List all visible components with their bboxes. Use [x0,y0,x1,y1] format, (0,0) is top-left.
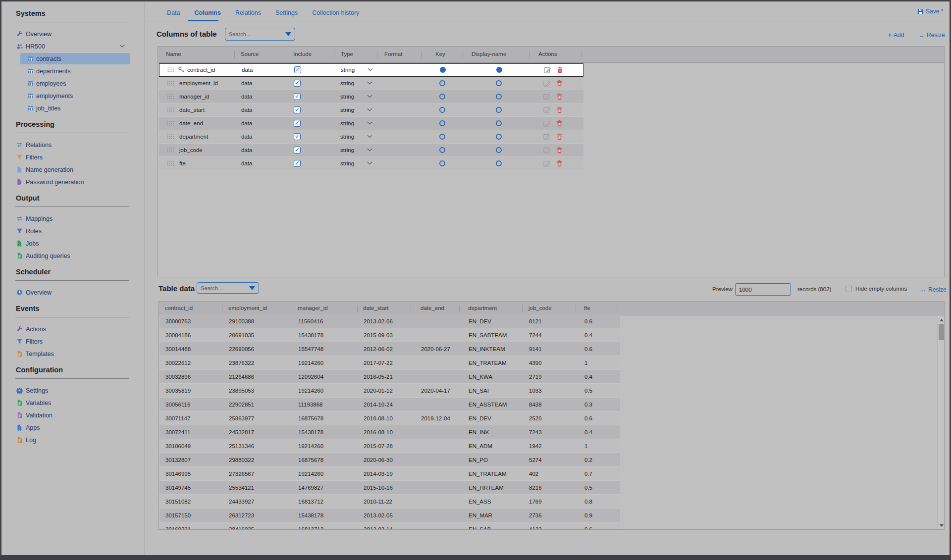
include-checkbox[interactable]: ✓ [294,120,301,127]
data-row[interactable]: 3015108224433927168137122010-11-22EN_ASS… [159,495,620,509]
sidebar-item-validation[interactable]: Validation [1,409,145,421]
sidebar-item-overview[interactable]: Overview [1,28,145,40]
include-checkbox[interactable]: ✓ [294,93,301,100]
display-name-radio[interactable] [496,120,502,126]
key-radio[interactable] [439,160,445,166]
display-name-radio[interactable] [496,94,502,100]
table-resize-button[interactable]: ↔ Resize [920,286,947,293]
edit-icon[interactable] [543,79,551,87]
data-row[interactable]: 3015715026312723154381782013-02-05EN_MAR… [159,509,620,522]
data-row[interactable]: 3014974525534121147698272015-10-16EN_HRT… [159,481,620,495]
data-row[interactable]: 3016023128416935168137122012-03-14EN_SAB… [159,522,620,530]
chevron-down-icon[interactable] [367,135,372,138]
column-row-employment_id[interactable]: employment_id data ✓ string [159,77,583,90]
sidebar-item-templates[interactable]: Templates [1,348,145,360]
sidebar-item-auditing-queries[interactable]: Auditing queries [1,250,145,262]
sidebar-item-actions[interactable]: Actions [1,323,145,335]
data-row[interactable]: 3003581923895053192142602020-01-122020-0… [159,384,620,398]
chevron-down-icon[interactable] [367,108,372,111]
tab-columns[interactable]: Columns [194,9,220,16]
edit-icon[interactable] [543,106,551,113]
key-radio[interactable] [440,67,446,73]
tab-collection-history[interactable]: Collection history [312,9,359,16]
sidebar-item-job-titles[interactable]: job_titles [1,102,145,114]
drag-handle-icon[interactable] [167,67,175,73]
drag-handle-icon[interactable] [167,160,174,166]
scroll-up-button[interactable] [939,317,945,323]
edit-icon[interactable] [543,133,551,140]
sidebar-item-mappings[interactable]: Mappings [1,212,145,225]
sidebar-item-overview[interactable]: Overview [1,286,145,299]
sidebar-item-employments[interactable]: employments [1,90,145,102]
chevron-down-icon[interactable] [367,95,372,98]
chevron-down-icon[interactable] [367,81,372,85]
include-checkbox[interactable]: ✓ [294,80,301,87]
chevron-down-icon[interactable] [119,45,125,48]
chevron-down-icon[interactable] [367,148,372,152]
data-row[interactable]: 3014699527326567192142602014-03-19EN_TRA… [159,467,620,481]
sidebar-item-roles[interactable]: Roles [1,225,145,237]
data-row[interactable]: 3000076329100388115604162013-02-06EN_DEV… [159,314,620,328]
delete-icon[interactable] [556,133,563,140]
delete-icon[interactable] [557,66,563,73]
column-row-manager_id[interactable]: manager_id data ✓ string [159,90,583,103]
drag-handle-icon[interactable] [167,134,174,139]
chevron-down-icon[interactable] [367,161,372,165]
edit-icon[interactable] [543,93,551,100]
display-name-radio[interactable] [496,147,502,153]
drag-handle-icon[interactable] [167,94,174,99]
display-name-radio[interactable] [496,134,502,140]
tab-relations[interactable]: Relations [235,9,261,16]
key-radio[interactable] [439,134,445,140]
sidebar-item-contracts[interactable]: contracts [1,52,145,65]
sidebar-item-filters[interactable]: Filters [1,335,145,348]
sidebar-item-jobs[interactable]: Jobs [1,237,145,250]
include-checkbox[interactable]: ✓ [294,66,301,73]
delete-icon[interactable] [556,93,563,100]
column-row-job_code[interactable]: job_code data ✓ string [159,144,583,157]
chevron-down-icon[interactable] [367,121,372,125]
delete-icon[interactable] [556,106,563,113]
sidebar-item-log[interactable]: Log [1,434,145,446]
data-row[interactable]: 3007241124532817154381782016-08-10EN_INK… [159,425,620,439]
column-row-contract_id[interactable]: contract_id data ✓ string [159,63,583,77]
edit-icon[interactable] [543,119,551,127]
hide-empty-columns-checkbox[interactable] [845,286,852,292]
display-name-radio[interactable] [496,67,502,73]
drag-handle-icon[interactable] [167,107,174,112]
column-row-fte[interactable]: fte data ✓ string [159,157,583,170]
key-radio[interactable] [439,147,445,153]
display-name-radio[interactable] [496,107,502,113]
key-radio[interactable] [439,94,445,100]
save-button[interactable]: Save * [917,8,943,15]
display-name-radio[interactable] [496,80,502,86]
key-radio[interactable] [439,80,445,86]
table-search-combo[interactable]: Search... [197,282,259,294]
column-row-date_start[interactable]: date_start data ✓ string [159,103,583,117]
sidebar-item-relations[interactable]: Relations [1,139,145,151]
sidebar-item-password-generation[interactable]: Password generation [1,176,145,188]
data-row[interactable]: 3010604925131346192142602015-07-28EN_ADM… [159,439,620,453]
data-row[interactable]: 3001448822690056155477482012-06-022020-0… [159,342,620,356]
column-row-date_end[interactable]: date_end data ✓ string [159,117,583,130]
scrollbar-thumb[interactable] [939,324,945,340]
delete-icon[interactable] [556,160,563,167]
data-row[interactable]: 3000418620691035154381782015-09-03EN_SAB… [159,328,620,342]
include-checkbox[interactable]: ✓ [294,133,301,140]
key-radio[interactable] [439,107,445,113]
column-row-department[interactable]: department data ✓ string [159,130,583,144]
delete-icon[interactable] [556,147,563,153]
sidebar-item-hr500[interactable]: HR500 [1,40,145,52]
tab-settings[interactable]: Settings [275,9,298,16]
sidebar-item-variables[interactable]: Variables [1,397,145,409]
edit-icon[interactable] [544,66,551,74]
drag-handle-icon[interactable] [167,147,174,153]
scroll-down-button[interactable] [939,522,945,528]
include-checkbox[interactable]: ✓ [294,160,301,167]
sidebar-item-settings[interactable]: Settings [1,384,145,397]
vertical-scrollbar[interactable] [938,316,945,529]
sidebar-item-filters[interactable]: Filters [1,151,145,163]
drag-handle-icon[interactable] [167,120,174,126]
columns-search-combo[interactable]: Search... [225,28,295,41]
sidebar-item-name-generation[interactable]: Name generation [1,163,145,176]
